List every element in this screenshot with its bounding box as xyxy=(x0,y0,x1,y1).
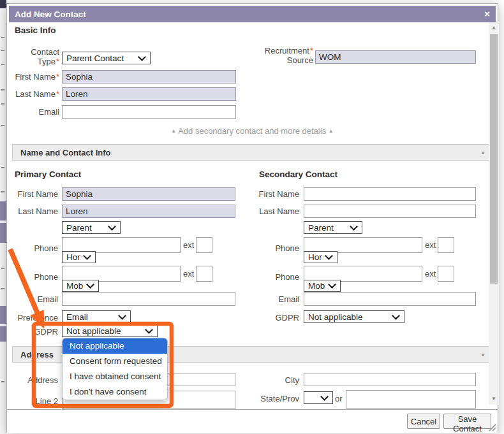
dialog-footer: Cancel Save Contact xyxy=(7,409,498,433)
first-name-label: First Name* xyxy=(12,72,59,82)
secondary-last-name-input[interactable] xyxy=(304,205,476,218)
secondary-email-label: Email xyxy=(252,294,299,304)
primary-gdpr-label: GDPR xyxy=(11,327,58,336)
secondary-gdpr-label: GDPR xyxy=(252,313,299,322)
chevron-down-icon xyxy=(86,280,94,289)
primary-last-name-input[interactable] xyxy=(62,205,235,218)
city-label: City xyxy=(252,375,299,385)
background-fragment xyxy=(1,167,4,168)
primary-preference-label: Preference xyxy=(11,313,58,322)
chevron-down-icon xyxy=(320,393,329,401)
background-fragment xyxy=(0,201,6,221)
cancel-button[interactable]: Cancel xyxy=(407,414,440,429)
secondary-phone2-type-select[interactable]: Mobile xyxy=(304,280,341,292)
collapse-arrow-icon[interactable]: ▲ xyxy=(480,352,485,358)
required-asterisk: * xyxy=(56,89,59,99)
contact-type-select[interactable]: Parent Contact xyxy=(62,52,151,64)
dialog-title: Add New Contact xyxy=(9,10,86,19)
primary-phone1-label: Phone xyxy=(11,243,58,253)
address-line2-label: Line 2 xyxy=(11,396,58,406)
primary-first-name-input[interactable] xyxy=(62,187,235,201)
secondary-phone1-label: Phone xyxy=(252,243,299,253)
secondary-phone1-ext-input[interactable] xyxy=(438,237,454,253)
background-fragment xyxy=(1,288,4,289)
primary-phone2-type-select[interactable]: Mobile xyxy=(62,280,99,292)
background-fragment xyxy=(1,268,4,269)
primary-last-name-label: Last Name xyxy=(11,206,58,216)
add-secondary-contact-toggle[interactable]: ▲ Add secondary contact and more details… xyxy=(7,126,498,136)
required-asterisk: * xyxy=(56,57,59,66)
chevron-down-icon xyxy=(350,222,358,231)
resize-grip-icon[interactable] xyxy=(487,423,496,431)
background-fragment xyxy=(1,50,4,51)
secondary-phone1-type-select[interactable]: Home xyxy=(304,251,337,263)
basic-first-name-input[interactable] xyxy=(62,70,236,83)
triangle-up-icon: ▲ xyxy=(171,128,176,134)
scroll-up-icon[interactable]: ▲ xyxy=(489,24,499,33)
gdpr-option-consent-form-requested[interactable]: Consent form requested xyxy=(63,354,167,369)
background-fragment xyxy=(0,223,6,243)
background-fragment xyxy=(1,381,4,382)
primary-phone2-ext-input[interactable] xyxy=(196,266,212,282)
background-fragment xyxy=(1,103,4,105)
background-fragment xyxy=(1,125,4,126)
primary-phone1-type-select[interactable]: Home xyxy=(62,251,96,263)
chevron-down-icon xyxy=(108,222,116,231)
secondary-relationship-select[interactable]: Parent xyxy=(304,221,362,234)
save-contact-button[interactable]: Save Contact xyxy=(443,414,491,429)
scroll-down-icon[interactable]: ▼ xyxy=(489,394,499,403)
primary-relationship-select[interactable]: Parent xyxy=(62,221,121,234)
recruitment-source-label: Recruitment* Source xyxy=(261,46,313,65)
gdpr-option-obtained-consent[interactable]: I have obtained consent xyxy=(63,369,167,384)
background-fragment xyxy=(0,0,6,8)
email-label: Email xyxy=(12,107,59,117)
secondary-phone2-label: Phone xyxy=(252,272,299,282)
dialog-titlebar[interactable]: Add New Contact × xyxy=(9,6,496,22)
scrollbar[interactable]: ▲ ▼ xyxy=(489,22,499,405)
chevron-down-icon xyxy=(83,252,91,260)
state-prov-label: State/Prov xyxy=(252,394,299,403)
recruitment-source-input[interactable] xyxy=(315,50,476,64)
basic-email-input[interactable] xyxy=(62,105,236,119)
chevron-down-icon xyxy=(145,326,153,334)
secondary-contact-heading: Secondary Contact xyxy=(259,170,337,179)
gdpr-option-not-applicable[interactable]: Not applicable xyxy=(63,338,167,354)
background-page-edge xyxy=(0,0,6,434)
required-asterisk: * xyxy=(310,46,313,55)
address-label: Address xyxy=(11,375,58,385)
collapse-arrow-icon[interactable]: ▲ xyxy=(480,150,485,156)
primary-first-name-label: First Name xyxy=(11,189,58,199)
secondary-first-name-input[interactable] xyxy=(304,187,476,201)
state-prov-select[interactable] xyxy=(304,391,333,404)
primary-gdpr-select[interactable]: Not applicable xyxy=(62,324,158,337)
background-fragment xyxy=(1,37,4,38)
basic-last-name-input[interactable] xyxy=(62,87,236,101)
background-fragment xyxy=(0,306,6,324)
primary-preference-select[interactable]: Email xyxy=(62,310,131,323)
primary-email-input[interactable] xyxy=(62,292,235,306)
gdpr-dropdown-menu: Not applicable Consent form requested I … xyxy=(62,338,168,400)
secondary-last-name-label: Last Name xyxy=(252,206,299,216)
secondary-phone2-ext-input[interactable] xyxy=(438,266,454,282)
basic-info-heading: Basic Info xyxy=(15,25,56,35)
chevron-down-icon xyxy=(392,312,400,320)
background-fragment xyxy=(1,89,4,90)
state-prov-alt-input[interactable] xyxy=(346,390,476,409)
chevron-down-icon xyxy=(118,312,126,320)
primary-phone1-ext-input[interactable] xyxy=(196,237,212,253)
chevron-down-icon xyxy=(138,53,146,61)
secondary-gdpr-select[interactable]: Not applicable xyxy=(304,310,404,323)
primary-email-label: Email xyxy=(11,294,58,304)
background-fragment xyxy=(1,64,4,65)
scrollbar-thumb[interactable] xyxy=(490,34,498,284)
secondary-email-input[interactable] xyxy=(304,292,476,306)
background-fragment xyxy=(1,191,4,192)
add-new-contact-dialog: Add New Contact × Basic Info Contact Typ… xyxy=(6,3,498,433)
gdpr-option-dont-have-consent[interactable]: I don't have consent xyxy=(63,384,167,400)
close-icon[interactable]: × xyxy=(484,9,490,18)
primary-contact-heading: Primary Contact xyxy=(15,170,81,179)
or-label: or xyxy=(335,394,345,403)
primary-phone2-label: Phone xyxy=(11,272,58,282)
section-header-name-contact[interactable]: Name and Contact Info ▲ xyxy=(12,144,494,161)
city-input[interactable] xyxy=(304,373,476,386)
